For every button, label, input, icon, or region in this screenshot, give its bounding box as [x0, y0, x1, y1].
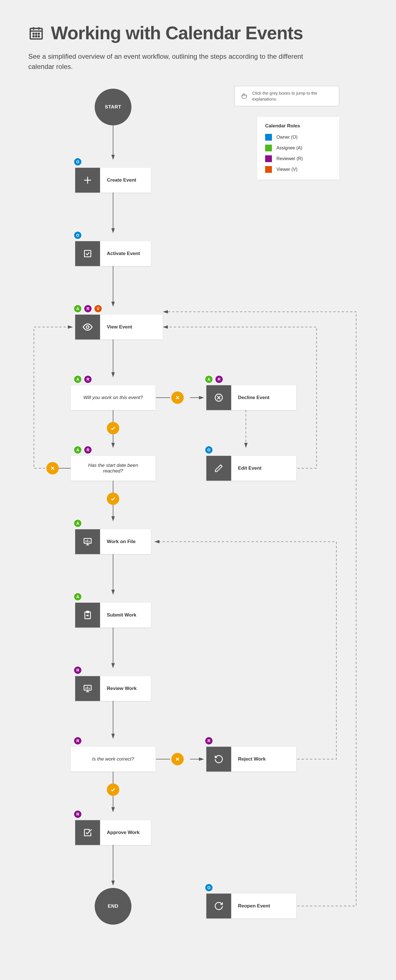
end-node: END: [95, 888, 131, 924]
step-label: Decline Event: [231, 385, 296, 410]
svg-rect-29: [85, 250, 91, 257]
step-label: Review Work: [100, 676, 151, 701]
badge-reviewer: R: [84, 445, 92, 454]
legend-label: Assignee (A): [276, 145, 302, 151]
step-label: Reopen Event: [231, 894, 296, 918]
badge-assignee: A: [73, 375, 82, 383]
legend-label: Reviewer (R): [276, 156, 303, 161]
no-badge: [171, 753, 184, 765]
svg-point-8: [36, 36, 37, 37]
legend-row: Owner (O): [265, 134, 331, 141]
legend-label: Viewer (V): [276, 167, 297, 172]
swatch-owner: [265, 134, 272, 141]
swatch-reviewer: [265, 155, 272, 162]
yes-badge: [107, 422, 119, 434]
role-badges: A: [73, 592, 82, 601]
role-badges: R: [73, 810, 82, 818]
step-label: Reject Work: [231, 747, 296, 772]
step-reject-work[interactable]: Reject Work: [206, 747, 296, 772]
svg-point-4: [33, 33, 34, 34]
step-approve-work[interactable]: Approve Work: [75, 820, 151, 845]
pencil-icon: [206, 456, 231, 481]
role-badges: O: [73, 231, 82, 240]
swatch-assignee: [265, 145, 272, 151]
check-square-icon: [75, 820, 100, 845]
role-badges: O: [73, 158, 82, 166]
role-badges: R: [73, 737, 82, 745]
decision-correct: Is the work correct?: [71, 747, 155, 772]
badge-assignee: A: [73, 519, 82, 528]
role-badges: AR: [73, 445, 92, 454]
step-edit-event[interactable]: Edit Event: [206, 456, 296, 481]
step-reopen-event[interactable]: Reopen Event: [206, 894, 296, 918]
badge-owner: O: [204, 883, 213, 892]
role-badges: R: [73, 666, 82, 675]
step-label: Submit Work: [100, 603, 151, 628]
badge-owner: O: [73, 158, 82, 166]
step-submit-work[interactable]: Submit Work: [75, 603, 151, 628]
presentation-icon: [75, 529, 100, 554]
badge-assignee: A: [73, 445, 82, 454]
svg-point-5: [36, 33, 37, 34]
plus-icon: [75, 168, 100, 192]
eye-icon: [75, 315, 100, 339]
badge-viewer: V: [94, 304, 102, 313]
legend: Calendar Roles Owner (O) Assignee (A) Re…: [257, 117, 339, 180]
step-activate-event[interactable]: Activate Event: [75, 241, 151, 266]
start-node: START: [95, 89, 131, 126]
refresh-icon: [206, 894, 231, 918]
badge-assignee: A: [73, 304, 82, 313]
page-title: Working with Calendar Events: [51, 22, 303, 43]
step-label: Edit Event: [231, 456, 296, 481]
undo-icon: [206, 747, 231, 772]
decision-date-reached: Has the start date been reached?: [71, 456, 155, 481]
role-badges: A: [73, 519, 82, 528]
legend-title: Calendar Roles: [265, 123, 331, 129]
page-header: Working with Calendar Events: [28, 22, 368, 43]
step-label: View Event: [100, 315, 163, 339]
step-label: Activate Event: [100, 241, 151, 266]
badge-assignee: A: [204, 375, 213, 383]
badge-reviewer: R: [73, 666, 82, 675]
info-text: Click the grey boxes to jump to the expl…: [252, 90, 333, 102]
swatch-viewer: [265, 166, 272, 173]
badge-reviewer: R: [84, 375, 92, 383]
step-label: Create Event: [100, 168, 151, 192]
badge-owner: O: [204, 445, 213, 454]
flowchart: Click the grey boxes to jump to the expl…: [28, 83, 368, 959]
badge-reviewer: R: [215, 375, 223, 383]
role-badges: O: [204, 883, 213, 892]
calendar-icon: [28, 25, 44, 41]
step-view-event[interactable]: View Event: [75, 315, 163, 339]
role-badges: R: [204, 737, 213, 745]
legend-row: Assignee (A): [265, 145, 331, 151]
badge-reviewer: R: [73, 810, 82, 818]
decision-work-on: Will you work on this event?: [71, 385, 155, 410]
svg-point-30: [86, 326, 89, 328]
step-review-work[interactable]: Review Work: [75, 676, 151, 701]
role-badges: O: [204, 445, 213, 454]
no-badge: [46, 462, 59, 474]
legend-row: Viewer (V): [265, 166, 331, 173]
step-label: Approve Work: [100, 820, 151, 845]
yes-badge: [107, 493, 119, 505]
badge-reviewer: R: [84, 304, 92, 313]
step-label: Work on File: [100, 529, 151, 554]
checkbox-icon: [75, 241, 100, 266]
no-badge: [171, 391, 184, 404]
step-work-on-file[interactable]: Work on File: [75, 529, 151, 554]
cancel-icon: [206, 385, 231, 410]
clipboard-arrow-icon: [75, 603, 100, 628]
tap-icon: [241, 92, 248, 100]
legend-label: Owner (O): [276, 135, 298, 140]
role-badges: AR: [204, 375, 223, 383]
badge-reviewer: R: [73, 737, 82, 745]
role-badges: ARV: [73, 304, 102, 313]
badge-assignee: A: [73, 592, 82, 601]
svg-point-9: [38, 36, 39, 37]
svg-point-7: [33, 36, 34, 37]
yes-badge: [107, 783, 119, 796]
step-create-event[interactable]: Create Event: [75, 168, 151, 192]
step-decline-event[interactable]: Decline Event: [206, 385, 296, 410]
role-badges: AR: [73, 375, 92, 383]
